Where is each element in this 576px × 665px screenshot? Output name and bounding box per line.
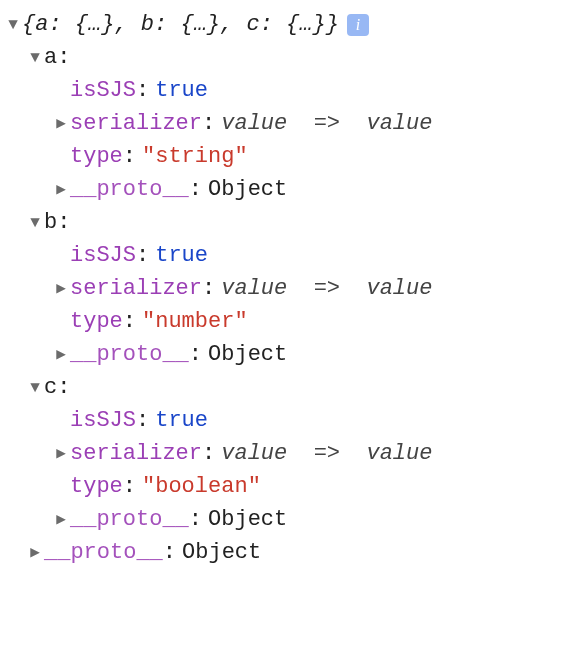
prop-type-row[interactable]: type: "boolean" — [4, 470, 572, 503]
entry-key: a — [44, 41, 57, 74]
prop-proto-row[interactable]: __proto__: Object — [4, 173, 572, 206]
expand-toggle-icon[interactable] — [26, 211, 44, 235]
prop-value-function: value => value — [221, 437, 432, 470]
prop-value-string: "string" — [142, 140, 248, 173]
expand-toggle-icon[interactable] — [52, 178, 70, 202]
prop-key: serializer — [70, 272, 202, 305]
entry-c-row[interactable]: c: — [4, 371, 572, 404]
prop-key: type — [70, 305, 123, 338]
prop-isSJS-row[interactable]: isSJS: true — [4, 239, 572, 272]
func-body: value — [366, 276, 432, 301]
brace-open: { — [22, 12, 35, 37]
expand-toggle-icon[interactable] — [26, 46, 44, 70]
func-param: value — [221, 276, 287, 301]
summary-val: {…} — [180, 12, 220, 37]
expand-toggle-icon[interactable] — [26, 541, 44, 565]
object-tree: {a: {…}, b: {…}, c: {…}} i a: isSJS: tru… — [4, 8, 572, 569]
expand-toggle-icon[interactable] — [52, 343, 70, 367]
prop-key: type — [70, 470, 123, 503]
expand-toggle-icon[interactable] — [52, 277, 70, 301]
func-param: value — [221, 111, 287, 136]
prop-type-row[interactable]: type: "number" — [4, 305, 572, 338]
prop-type-row[interactable]: type: "string" — [4, 140, 572, 173]
prop-serializer-row[interactable]: serializer: value => value — [4, 437, 572, 470]
func-arrow: => — [314, 111, 340, 136]
prop-value-function: value => value — [221, 107, 432, 140]
root-row[interactable]: {a: {…}, b: {…}, c: {…}} i — [4, 8, 572, 41]
summary-key: a — [35, 12, 48, 37]
expand-toggle-icon[interactable] — [52, 508, 70, 532]
prop-value-object: Object — [182, 536, 261, 569]
func-param: value — [221, 441, 287, 466]
prop-key: serializer — [70, 437, 202, 470]
prop-serializer-row[interactable]: serializer: value => value — [4, 107, 572, 140]
prop-key: isSJS — [70, 404, 136, 437]
prop-proto-row[interactable]: __proto__: Object — [4, 338, 572, 371]
prop-proto-row[interactable]: __proto__: Object — [4, 503, 572, 536]
prop-key-proto: __proto__ — [70, 503, 189, 536]
prop-key: serializer — [70, 107, 202, 140]
prop-isSJS-row[interactable]: isSJS: true — [4, 74, 572, 107]
prop-key: isSJS — [70, 239, 136, 272]
expand-toggle-icon[interactable] — [4, 13, 22, 37]
prop-value-boolean: true — [155, 239, 208, 272]
prop-key-proto: __proto__ — [70, 338, 189, 371]
prop-key: isSJS — [70, 74, 136, 107]
prop-value-function: value => value — [221, 272, 432, 305]
prop-value-object: Object — [208, 173, 287, 206]
prop-value-object: Object — [208, 338, 287, 371]
prop-value-string: "number" — [142, 305, 248, 338]
prop-value-boolean: true — [155, 74, 208, 107]
entry-key: c — [44, 371, 57, 404]
func-body: value — [366, 111, 432, 136]
prop-key-proto: __proto__ — [70, 173, 189, 206]
brace-close: } — [326, 12, 339, 37]
func-arrow: => — [314, 276, 340, 301]
prop-key: type — [70, 140, 123, 173]
prop-value-boolean: true — [155, 404, 208, 437]
entry-key: b — [44, 206, 57, 239]
prop-value-object: Object — [208, 503, 287, 536]
prop-value-string: "boolean" — [142, 470, 261, 503]
summary-val: {…} — [75, 12, 115, 37]
summary-val: {…} — [286, 12, 326, 37]
expand-toggle-icon[interactable] — [26, 376, 44, 400]
entry-a-row[interactable]: a: — [4, 41, 572, 74]
root-summary: {a: {…}, b: {…}, c: {…}} — [22, 8, 339, 41]
prop-serializer-row[interactable]: serializer: value => value — [4, 272, 572, 305]
prop-key-proto: __proto__ — [44, 536, 163, 569]
summary-key: c — [246, 12, 259, 37]
root-proto-row[interactable]: __proto__: Object — [4, 536, 572, 569]
entry-b-row[interactable]: b: — [4, 206, 572, 239]
func-body: value — [366, 441, 432, 466]
func-arrow: => — [314, 441, 340, 466]
summary-key: b — [141, 12, 154, 37]
info-icon[interactable]: i — [347, 14, 369, 36]
prop-isSJS-row[interactable]: isSJS: true — [4, 404, 572, 437]
expand-toggle-icon[interactable] — [52, 442, 70, 466]
expand-toggle-icon[interactable] — [52, 112, 70, 136]
